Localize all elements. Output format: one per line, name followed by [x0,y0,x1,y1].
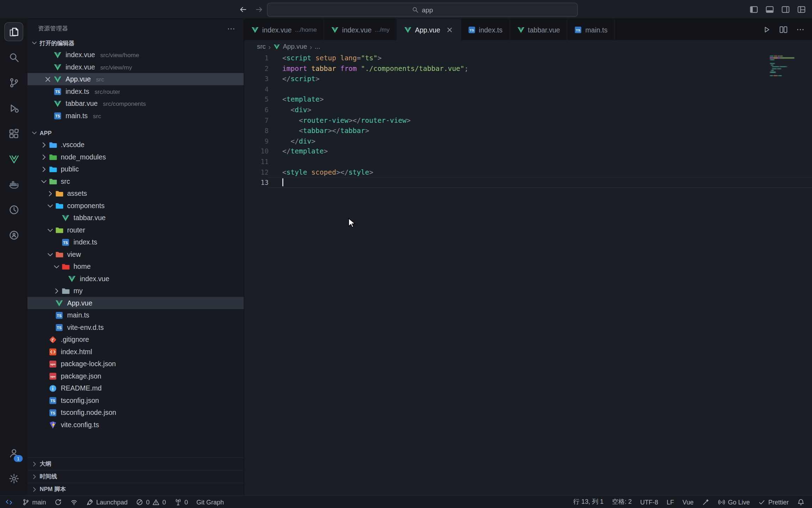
close-icon[interactable] [445,26,454,34]
ellipsis-icon[interactable] [796,25,805,34]
tree-item[interactable]: npmpackage-lock.json [27,358,244,370]
editor-tab[interactable]: App.vue [397,19,461,40]
forward-button[interactable] [255,5,263,13]
activity-item-accounts[interactable]: 1 [0,440,27,466]
layout-sidebar-right-icon[interactable] [781,5,790,14]
editor-tab[interactable]: tabbar.vue [510,19,567,40]
sidebar-panel[interactable]: 大纲 [27,457,244,470]
code-line[interactable]: 7 <router-view></router-view> [244,115,812,125]
code-line[interactable]: 9 </div> [244,136,812,146]
tree-item[interactable]: npmpackage.json [27,370,244,382]
breadcrumb[interactable]: src›App.vue›... [244,40,812,53]
explorer-more-actions-button[interactable]: ⋯ [227,24,235,32]
tree-item[interactable]: view [27,248,244,261]
activity-item-settings[interactable] [0,466,27,491]
tree-item[interactable]: index.html [27,346,244,358]
tree-item[interactable]: TSvite-env.d.ts [27,321,244,334]
breadcrumb-item[interactable]: App.vue [283,43,307,50]
code-line[interactable]: 3</script> [244,74,812,84]
code-line[interactable]: 2import tabbar from "./components/tabbar… [244,63,812,73]
activity-item-volar[interactable] [0,146,27,171]
status-network-status[interactable] [66,496,82,508]
tree-item[interactable]: router [27,224,244,236]
close-icon[interactable] [43,75,53,83]
tree-item[interactable]: home [27,260,244,273]
open-editor-item[interactable]: index.vuesrc/view/home [27,49,244,61]
code-line[interactable]: 8 <tabbar></tabbar> [244,126,812,136]
code-line[interactable]: 5<template> [244,95,812,105]
minimap[interactable] [770,56,808,79]
editor-tab[interactable]: TSindex.ts [461,19,510,40]
status-prettier[interactable]: Prettier [754,496,793,508]
tree-item[interactable]: .vscode [27,139,244,151]
status-remote-indicator[interactable] [0,496,18,508]
tree-item[interactable]: public [27,163,244,175]
status-eol[interactable]: LF [663,496,678,508]
tree-item[interactable]: components [27,200,244,212]
status-git-graph[interactable]: Git Graph [192,496,228,508]
layout-panel-icon[interactable] [765,5,774,14]
tree-item[interactable]: README.md [27,382,244,394]
status-go-live[interactable]: Go Live [714,496,754,508]
tree-item[interactable]: TStsconfig.node.json [27,406,244,419]
editor-tab[interactable]: TSmain.ts [567,19,615,40]
layout-customize-icon[interactable] [797,5,806,14]
code-editor[interactable]: 1<script setup lang="ts">2import tabbar … [244,53,812,495]
code-line[interactable]: 11 [244,157,812,167]
status-git-branch[interactable]: main [18,496,50,508]
code-line[interactable]: 13 [244,177,812,188]
tree-item[interactable]: index.vue [27,273,244,285]
status-problems[interactable]: 00 [132,496,170,508]
activity-item-remote-explorer[interactable] [0,197,27,222]
tree-item[interactable]: assets [27,187,244,200]
code-line[interactable]: 6 <div> [244,105,812,115]
open-editors-header[interactable]: 打开的编辑器 [27,37,244,49]
status-extension-status[interactable] [698,496,714,508]
tree-item[interactable]: TStsconfig.json [27,394,244,407]
status-indentation[interactable]: 空格: 2 [608,496,636,508]
breadcrumb-item[interactable]: src [257,43,266,50]
activity-item-explorer[interactable] [0,19,27,44]
status-language-mode[interactable]: Vue [678,496,698,508]
activity-item-source-control[interactable] [0,70,27,95]
status-ports[interactable]: 0 [170,496,192,508]
activity-item-docker[interactable] [0,171,27,197]
code-line[interactable]: 10</template> [244,146,812,157]
status-cursor-position[interactable]: 行 13, 列 1 [569,496,608,508]
tree-item[interactable]: node_modules [27,151,244,163]
tree-item[interactable]: tabbar.vue [27,212,244,224]
status-notifications[interactable] [793,496,809,508]
status-sync-changes[interactable] [50,496,66,508]
play-icon[interactable] [762,25,771,34]
back-button[interactable] [239,5,247,13]
open-editor-item[interactable]: tabbar.vuesrc/components [27,97,244,110]
tree-item[interactable]: TSindex.ts [27,236,244,248]
sidebar-panel[interactable]: NPM 脚本 [27,483,244,495]
layout-sidebar-left-icon[interactable] [750,5,758,14]
activity-item-live-share[interactable] [0,222,27,248]
tree-item[interactable]: vite.config.ts [27,419,244,431]
code-line[interactable]: 12<style scoped></style> [244,167,812,177]
sidebar-panel[interactable]: 时间线 [27,470,244,483]
tree-item[interactable]: .gitignore [27,333,244,346]
split-editor-icon[interactable] [779,25,788,34]
tree-item[interactable]: my [27,285,244,297]
editor-tab[interactable]: index.vue.../my [324,19,397,40]
code-line[interactable]: 1<script setup lang="ts"> [244,53,812,63]
tree-item[interactable]: src [27,175,244,188]
activity-item-run-debug[interactable] [0,95,27,121]
project-root-header[interactable]: APP [27,127,244,139]
code-line[interactable]: 4 [244,84,812,94]
editor-tab[interactable]: index.vue.../home [244,19,324,40]
command-center-search[interactable]: app [267,3,578,17]
open-editor-item[interactable]: TSindex.tssrc/router [27,85,244,98]
breadcrumb-item[interactable]: ... [315,43,320,50]
open-editor-item[interactable]: index.vuesrc/view/my [27,61,244,73]
open-editor-item[interactable]: TSmain.tssrc [27,110,244,122]
status-launchpad[interactable]: Launchpad [82,496,132,508]
open-editor-item[interactable]: App.vuesrc [27,73,244,85]
status-encoding[interactable]: UTF-8 [636,496,663,508]
activity-item-search[interactable] [0,44,27,70]
activity-item-extensions[interactable] [0,121,27,146]
tree-item[interactable]: App.vue [27,297,244,309]
